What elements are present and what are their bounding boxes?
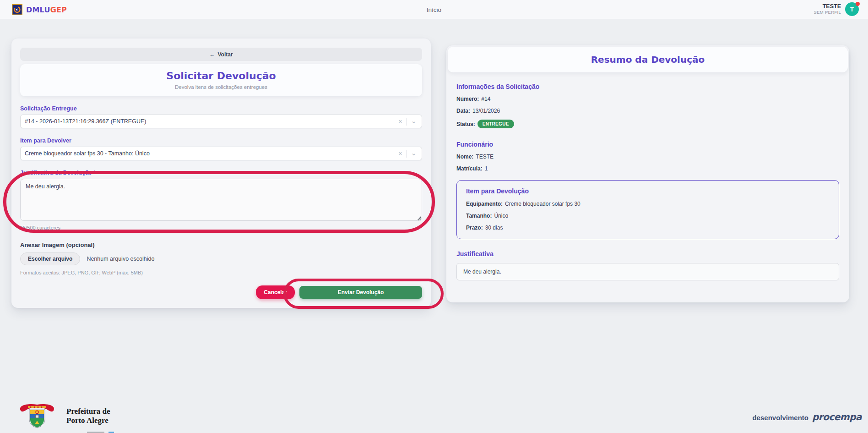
item-heading: Item para Devolução (466, 187, 830, 195)
form-title-card: Solicitar Devolução Devolva itens de sol… (20, 64, 422, 96)
info-value: Único (494, 213, 508, 219)
item-label: Item para Devolver (20, 137, 422, 144)
back-button[interactable]: ← Voltar (20, 48, 422, 61)
justificativa-label: Justificativa da Devolução * (20, 170, 422, 176)
info-row-nome: Nome: TESTE (456, 153, 839, 160)
field-justificativa: Justificativa da Devolução * Me deu aler… (20, 170, 422, 230)
info-value: 30 dias (485, 225, 503, 231)
item-select-value: Creme bloqueador solar fps 30 - Tamanho:… (25, 150, 396, 157)
pref-line1: Prefeitura de (66, 407, 110, 416)
info-row-matricula: Matrícula: 1 (456, 165, 839, 172)
info-label: Status: (456, 121, 475, 127)
return-form-card: ← Voltar Solicitar Devolução Devolva ite… (11, 38, 431, 308)
chevron-down-icon[interactable]: ⌄ (410, 117, 418, 126)
page-title: Solicitar Devolução (27, 70, 416, 82)
chevron-down-icon[interactable]: ⌄ (410, 149, 418, 158)
info-label: Número: (456, 96, 479, 102)
dev-word: desenvolvimento (752, 414, 808, 422)
justificativa-heading: Justificativa (456, 250, 839, 258)
select-divider (407, 150, 407, 158)
footer-pref-text: Prefeitura de Porto Alegre (66, 407, 110, 424)
procempa-logo-text: procempa (812, 411, 862, 422)
avatar-initial: T (850, 6, 854, 13)
submit-return-button[interactable]: Enviar Devolução (299, 286, 422, 299)
info-value: 13/01/2026 (472, 108, 500, 114)
file-formats-hint: Formatos aceitos: JPEG, PNG, GIF, WebP (… (20, 270, 422, 275)
info-label: Matrícula: (456, 165, 483, 172)
summary-body: Informações da Solicitação Número: #14 D… (446, 74, 849, 280)
user-area[interactable]: TESTE SEM PERFIL T (814, 2, 859, 16)
item-select[interactable]: Creme bloqueador solar fps 30 - Tamanho:… (20, 147, 422, 160)
info-row-data: Data: 13/01/2026 (456, 108, 839, 114)
porto-alegre-crest-icon (14, 403, 60, 428)
file-empty-text: Nenhum arquivo escolhido (87, 256, 154, 262)
info-label: Prazo: (466, 225, 483, 231)
info-value: TESTE (476, 153, 494, 160)
info-row-numero: Número: #14 (456, 96, 839, 102)
justificativa-summary-box: Me deu alergia. (456, 263, 839, 280)
solicitacao-select[interactable]: #14 - 2026-01-13T21:16:29.366Z (ENTREGUE… (20, 115, 422, 128)
char-counter: 15/500 caracteres (20, 225, 422, 230)
top-bar: DMLUGEP Início TESTE SEM PERFIL T (0, 0, 868, 19)
solicitacao-select-value: #14 - 2026-01-13T21:16:29.366Z (ENTREGUE… (25, 118, 396, 125)
solicitacao-label: Solicitação Entregue (20, 105, 422, 112)
pref-line2: Porto Alegre (66, 416, 110, 425)
clear-icon[interactable]: × (396, 118, 404, 125)
info-value: #14 (481, 96, 490, 102)
back-button-label: Voltar (217, 51, 233, 58)
summary-title: Resumo da Devolução (455, 54, 841, 65)
user-role: SEM PERFIL (814, 10, 841, 15)
info-label: Nome: (456, 153, 473, 160)
cancel-button[interactable]: Cancelar (256, 285, 295, 299)
field-item: Item para Devolver Creme bloqueador sola… (20, 137, 422, 160)
nav-item-inicio[interactable]: Início (427, 6, 441, 13)
item-devolucao-box: Item para Devolução Equipamento: Creme b… (456, 180, 839, 239)
status-badge: ENTREGUE (477, 120, 514, 128)
form-actions: Cancelar Enviar Devolução (20, 285, 422, 299)
attach-section: Anexar Imagem (opcional) Escolher arquiv… (20, 241, 422, 275)
justificativa-textarea-wrap: Me deu alergia. (20, 179, 422, 223)
avatar[interactable]: T (845, 2, 859, 16)
info-row-status: Status: ENTREGUE (456, 120, 839, 128)
info-row-tamanho: Tamanho: Único (466, 213, 830, 219)
choose-file-button[interactable]: Escolher arquivo (20, 252, 80, 265)
info-row-equipamento: Equipamento: Creme bloqueador solar fps … (466, 201, 830, 207)
back-arrow-icon: ← (209, 51, 215, 58)
info-row-prazo: Prazo: 30 dias (466, 225, 830, 231)
info-value: 1 (485, 165, 488, 172)
field-solicitacao: Solicitação Entregue #14 - 2026-01-13T21… (20, 105, 422, 128)
info-label: Equipamento: (466, 201, 503, 207)
justificativa-textarea[interactable]: Me deu alergia. (20, 179, 422, 221)
info-value: Creme bloqueador solar fps 30 (505, 201, 580, 207)
info-label: Data: (456, 108, 470, 114)
attach-label: Anexar Imagem (opcional) (20, 241, 422, 248)
summary-header: Resumo da Devolução (448, 47, 848, 72)
page-subtitle: Devolva itens de solicitações entregues (27, 84, 416, 90)
dev-credit: desenvolvimento procempa (752, 411, 862, 422)
select-divider (407, 118, 407, 126)
clear-icon[interactable]: × (396, 150, 404, 157)
main-nav: Início (0, 0, 868, 19)
file-input-row: Escolher arquivo Nenhum arquivo escolhid… (20, 252, 422, 265)
user-name: TESTE (814, 3, 841, 10)
notification-dot (856, 2, 860, 6)
return-summary-card: Resumo da Devolução Informações da Solic… (446, 45, 849, 302)
info-heading: Informações da Solicitação (456, 83, 839, 90)
info-label: Tamanho: (466, 213, 492, 219)
funcionario-heading: Funcionário (456, 141, 839, 148)
footer-logo: Prefeitura de Porto Alegre (14, 403, 110, 428)
user-text: TESTE SEM PERFIL (814, 3, 841, 15)
